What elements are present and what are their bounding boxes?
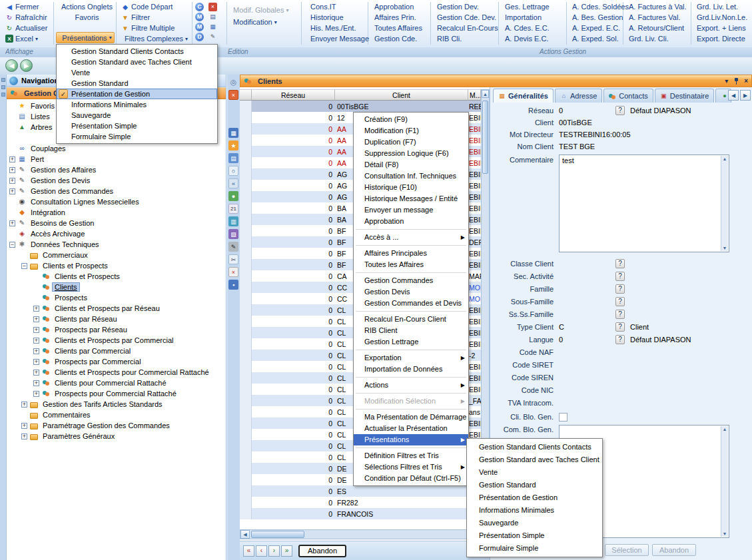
context-menu-item[interactable]: Gestion Lettrage <box>354 336 468 348</box>
ribbon-action[interactable]: A. Retours/Client <box>626 23 689 33</box>
context-menu-item[interactable] <box>354 227 468 232</box>
ribbon-button[interactable]: Code Départ ▾ <box>119 1 189 12</box>
tab[interactable]: Adresse <box>555 89 602 103</box>
row-selector[interactable] <box>240 112 252 123</box>
context-menu-item[interactable]: Affaires Principales <box>354 248 468 259</box>
tree-item[interactable]: Clients par Réseau <box>7 314 226 324</box>
close-icon[interactable]: × <box>744 77 748 85</box>
expand-toggle-icon[interactable] <box>9 156 15 162</box>
row-selector[interactable] <box>240 350 252 361</box>
context-menu-item[interactable]: Détail (F8) <box>354 159 468 170</box>
ribbon-action[interactable]: Historique <box>308 12 372 23</box>
ribbon-button[interactable]: Fermer ▾ <box>3 1 52 12</box>
context-menu-item[interactable]: Gestion Devis <box>354 286 468 298</box>
ribbon-action[interactable]: A. Cdes. E.C. <box>502 23 552 33</box>
ribbon-action[interactable]: Grd. Liv. Cli. <box>626 33 689 44</box>
context-menu-item[interactable]: Duplication (F7) <box>354 137 468 148</box>
field-value[interactable]: 00TisBGE <box>559 119 592 127</box>
tool-icon[interactable]: « <box>228 178 238 188</box>
context-menu-item[interactable]: Suppression Logique (F6) <box>354 148 468 159</box>
letter-badge-icon[interactable]: C <box>195 3 204 11</box>
submenu-item[interactable]: Sauvegarde <box>467 517 602 529</box>
menu-item[interactable]: Présentation Simple <box>57 121 217 131</box>
tree-item[interactable]: Prospects par Commercial <box>7 356 226 367</box>
expand-toggle-icon[interactable] <box>9 242 15 248</box>
expand-toggle-icon[interactable] <box>33 338 39 344</box>
scrollbar-thumb[interactable] <box>482 101 488 174</box>
ribbon-button[interactable]: Filtre Multiple ▾ <box>119 23 189 33</box>
commentaire-textarea[interactable]: test ▲ ▼ <box>559 154 729 252</box>
row-selector[interactable] <box>240 338 252 350</box>
context-menu-item[interactable]: Recalcul En-Cours Client <box>354 314 468 325</box>
ribbon-button[interactable]: Modification ▾ <box>230 16 291 28</box>
expand-toggle-icon[interactable] <box>33 316 39 322</box>
table-row[interactable]: 0 ES <box>240 485 481 497</box>
tree-item[interactable]: Clients par Commercial <box>7 346 226 356</box>
row-selector[interactable] <box>240 395 252 406</box>
context-menu-item[interactable]: Condition par Défaut (Ctrl-F5) <box>354 473 468 484</box>
context-menu-item[interactable]: Définition Filtres et Tris <box>354 450 468 461</box>
ribbon-action[interactable]: Gestion Cde. Dev. <box>434 12 501 23</box>
ribbon-action[interactable]: Grd. Liv. Let. <box>694 1 750 12</box>
context-menu-item[interactable] <box>354 375 468 380</box>
help-button[interactable]: ? <box>615 335 625 344</box>
tree-item[interactable]: Consultation Lignes Messecielles <box>7 196 226 207</box>
expand-toggle-icon[interactable] <box>9 167 15 173</box>
scroll-down-icon[interactable]: ▼ <box>721 531 728 536</box>
tree-item[interactable]: Gestion des Affaires <box>7 164 226 175</box>
ribbon-action[interactable]: A. Exped. Sol. <box>569 33 631 44</box>
ribbon-button[interactable]: Favoris ▾ <box>56 12 115 23</box>
menu-item[interactable]: Vente <box>57 67 217 78</box>
context-menu-item[interactable]: Historique (F10) <box>354 182 468 193</box>
submenu-item[interactable]: Gestion Standard <box>467 479 602 491</box>
dock-icon[interactable] <box>1 93 5 97</box>
tree-item[interactable]: Prospects <box>7 292 226 303</box>
help-button[interactable]: ? <box>615 259 625 268</box>
row-selector[interactable] <box>240 135 252 146</box>
tool-icon[interactable]: ✎ <box>228 242 238 252</box>
tree-item[interactable]: Gestion des Devis <box>7 175 226 186</box>
table-row[interactable]: 0 00TisBGE REBIN <box>240 101 481 112</box>
scroll-up-icon[interactable]: ▲ <box>482 90 489 98</box>
context-menu-item[interactable]: Actions ▶ <box>354 380 468 391</box>
row-selector[interactable] <box>240 282 252 293</box>
menu-item[interactable]: Formulaire Simple <box>57 131 217 142</box>
back-button[interactable]: ◀ <box>5 59 18 72</box>
scroll-down-icon[interactable]: ▼ <box>721 246 728 250</box>
row-selector[interactable] <box>240 485 252 497</box>
tool-icon[interactable]: × <box>228 267 238 277</box>
record-nav-button[interactable]: › <box>268 545 280 557</box>
tree-item[interactable]: Clients et Prospects pour Commercial Rat… <box>7 367 226 378</box>
tree-item[interactable]: Clients et Prospects <box>7 260 226 271</box>
menu-item[interactable]: Gestion Standard avec Taches Client <box>57 57 217 67</box>
menu-item[interactable]: Informations Minimales <box>57 99 217 110</box>
letter-badge-icon[interactable]: M <box>195 23 204 31</box>
context-menu-item[interactable]: Actualiser la Présentation <box>354 423 468 434</box>
submenu-item[interactable]: Vente <box>467 466 602 479</box>
context-menu-item[interactable]: Gestion Commandes <box>354 275 468 286</box>
expand-toggle-icon[interactable] <box>9 220 15 226</box>
row-selector[interactable] <box>240 191 252 202</box>
ribbon-action[interactable]: A. Exped. E.C. <box>569 23 631 33</box>
row-selector[interactable] <box>240 429 252 440</box>
context-menu-item[interactable] <box>354 243 468 248</box>
scrollbar-thumb[interactable] <box>251 531 304 538</box>
ribbon-action[interactable]: Cons.IT <box>308 1 372 12</box>
expand-toggle-icon[interactable] <box>33 370 39 376</box>
tree-item[interactable]: Intégration <box>7 207 226 218</box>
tree-item[interactable]: Accès Archivage <box>7 228 226 239</box>
footer-button[interactable]: Abandon <box>652 544 696 556</box>
row-selector[interactable] <box>240 180 252 191</box>
pin-icon[interactable] <box>733 77 739 85</box>
horizontal-scrollbar[interactable]: ◀ ▶ <box>240 529 481 539</box>
tree-item[interactable]: Commentaires <box>7 410 226 420</box>
tree-item[interactable]: Clients pour Commercial Rattaché <box>7 378 226 388</box>
ribbon-action[interactable]: A. Cdes. Soldées <box>569 1 631 12</box>
tool-icon[interactable]: ▥ <box>228 216 238 226</box>
dock-icon[interactable] <box>1 78 5 82</box>
context-menu-item[interactable]: Historique Messages / Entité <box>354 193 468 204</box>
row-selector[interactable] <box>240 406 252 418</box>
tree-item[interactable]: Clients et Prospects par Commercial <box>7 335 226 346</box>
ribbon-action[interactable]: Export. + Liens <box>694 23 750 33</box>
tree-item[interactable]: Commerciaux <box>7 250 226 260</box>
